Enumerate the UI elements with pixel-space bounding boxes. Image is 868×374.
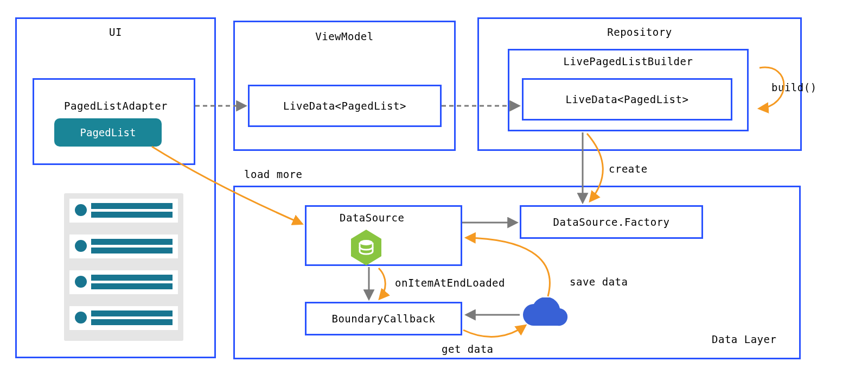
list-row: [69, 270, 178, 294]
datasource-factory-box: DataSource.Factory: [520, 205, 703, 239]
viewmodel-livedata-label: LiveData<PagedList>: [283, 100, 406, 112]
viewmodel-title: ViewModel: [233, 30, 456, 42]
pagedlist-pill: PagedList: [54, 118, 162, 147]
cloud-icon: [520, 297, 570, 333]
svg-marker-0: [351, 230, 381, 265]
boundary-callback-box: BoundaryCallback: [305, 302, 462, 335]
livepagedlistbuilder-label: LivePagedListBuilder: [508, 55, 749, 67]
data-layer-title: Data Layer: [712, 333, 776, 345]
datasource-factory-label: DataSource.Factory: [553, 216, 670, 228]
load-more-label: load more: [244, 168, 302, 180]
datasource-label: DataSource: [340, 212, 404, 224]
save-data-label: save data: [570, 276, 628, 288]
svg-point-1: [360, 240, 373, 245]
get-data-label: get data: [442, 343, 494, 355]
boundary-callback-label: BoundaryCallback: [331, 313, 435, 325]
repository-livedata-box: LiveData<PagedList>: [522, 78, 732, 121]
pagedlist-pill-label: PagedList: [80, 126, 136, 138]
list-row: [69, 234, 178, 258]
database-icon: [349, 228, 383, 267]
viewmodel-livedata-box: LiveData<PagedList>: [248, 85, 442, 127]
diagram-canvas: UI PagedListAdapter PagedList ViewModel …: [0, 0, 868, 374]
on-item-end-label: onItemAtEndLoaded: [395, 277, 505, 289]
repository-title: Repository: [477, 26, 802, 38]
repository-livedata-label: LiveData<PagedList>: [566, 93, 689, 105]
list-row: [69, 199, 178, 223]
paged-list-adapter-label: PagedListAdapter: [64, 100, 168, 112]
create-label: create: [609, 163, 648, 175]
build-label: build(): [771, 81, 817, 93]
list-row: [69, 306, 178, 330]
ui-title: UI: [15, 26, 216, 38]
